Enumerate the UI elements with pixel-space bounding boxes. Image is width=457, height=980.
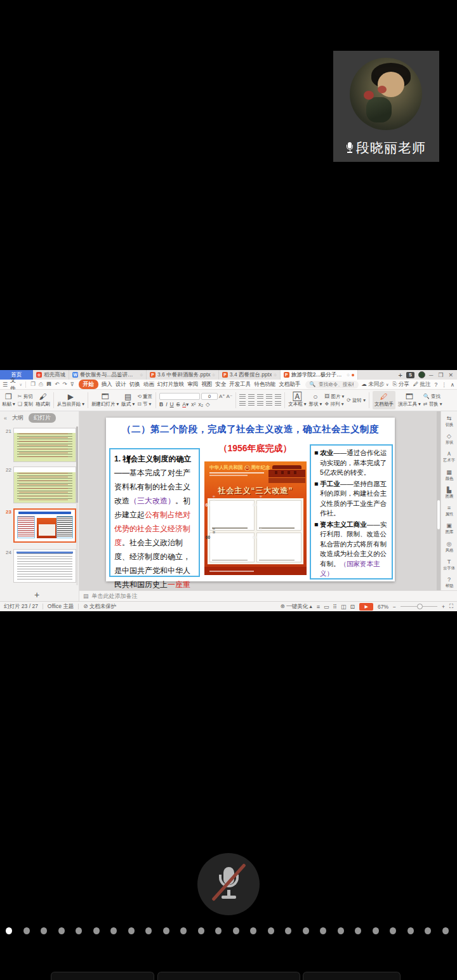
strikethrough-button[interactable]: S xyxy=(176,401,180,407)
pager-dot-22[interactable] xyxy=(390,927,396,934)
tab-5[interactable]: P3.4 西餐摆台.pptx⌾ xyxy=(219,370,281,380)
tab-3[interactable]: W餐饮服务与...品鉴讲解改⌾ xyxy=(69,370,147,380)
pager-dot-5[interactable] xyxy=(93,927,100,934)
pager-dot-4[interactable] xyxy=(76,927,82,934)
normal-view-icon[interactable]: ▭ xyxy=(324,604,329,610)
section-button[interactable]: ⊟ 节 ▾ xyxy=(137,401,152,407)
panel-gallery[interactable]: ▣图库 xyxy=(445,522,454,535)
tab-pin-icon[interactable]: ⌾ xyxy=(213,373,215,378)
cut-button[interactable]: ✂ 剪切 xyxy=(18,394,33,400)
add-slide-button[interactable]: + xyxy=(0,590,74,600)
pager-dot-19[interactable] xyxy=(338,927,344,934)
menu-特色功能[interactable]: 特色功能 xyxy=(254,381,275,388)
slide-thumbnail-23-current[interactable]: 23 xyxy=(3,508,76,543)
italic-button[interactable]: I xyxy=(166,401,167,407)
page-indicator-dots[interactable] xyxy=(0,927,457,935)
panel-wordart[interactable]: Ａ艺术字 xyxy=(442,451,456,463)
tab-4[interactable]: P3.6 中餐斟酒服务.pptx⌾ xyxy=(147,370,219,380)
slide-thumbnail-22[interactable]: 22 xyxy=(3,467,76,503)
zoom-level[interactable]: 67% xyxy=(378,604,388,610)
pager-dot-20[interactable] xyxy=(355,927,361,934)
panel-scrollbar[interactable] xyxy=(76,427,78,585)
member-badge[interactable]: S xyxy=(406,372,414,378)
tab-pin-icon[interactable]: ⌾ xyxy=(347,373,350,378)
bold-button[interactable]: B xyxy=(159,401,163,407)
mute-mic-button[interactable] xyxy=(197,853,260,915)
help-button[interactable]: ? xyxy=(435,381,438,388)
pager-dot-9[interactable] xyxy=(163,927,169,934)
pager-dot-13[interactable] xyxy=(233,927,239,934)
slide-right-textbox[interactable]: ■ 农业——通过合作化运动实现的，基本完成了5亿农民的转变。■ 手工业——坚持自… xyxy=(310,444,393,579)
slide-thumbnail-21[interactable]: 21 xyxy=(3,428,76,462)
tab-pin-icon[interactable]: ⌾ xyxy=(140,373,143,378)
pager-dot-17[interactable] xyxy=(303,927,309,934)
panel-shapes[interactable]: ◇形状 xyxy=(445,433,454,446)
picture-button[interactable]: 🖼 图片 ▾ xyxy=(324,394,344,400)
menu-幻灯片放映[interactable]: 幻灯片放映 xyxy=(157,381,185,388)
panel-cloud-fonts[interactable]: T云字体 xyxy=(442,559,456,571)
stamp-sheet-image[interactable]: 中华人民共和国50周年纪念 社会主义“三大改造” 60中国 60中国 xyxy=(204,461,307,575)
tab-2[interactable]: ☆稻壳商城 xyxy=(33,370,69,380)
subscript-icon[interactable]: x₂ xyxy=(198,401,203,407)
menu-开始[interactable]: 开始 xyxy=(79,380,98,389)
present-tools-button[interactable]: 🗔演示工具 ▾ xyxy=(398,391,421,409)
pager-dot-10[interactable] xyxy=(180,927,187,934)
find-button[interactable]: 🔍 查找 xyxy=(423,394,442,400)
pager-dot-7[interactable] xyxy=(128,927,135,934)
new-tab-button[interactable]: + xyxy=(399,371,402,379)
new-slide-button[interactable]: 🗔新建幻灯片 ▾ xyxy=(91,391,119,409)
pager-dot-3[interactable] xyxy=(58,927,65,934)
beautify-button[interactable]: ⊛ 一键美化 ▴ xyxy=(281,603,312,611)
theme-name[interactable]: Office 主题 xyxy=(48,603,74,611)
pager-dot-6[interactable] xyxy=(110,927,117,934)
copy-button[interactable]: ❏ 复制 xyxy=(18,401,33,407)
minimize-button[interactable]: ─ xyxy=(429,372,433,378)
tab-pin-icon[interactable]: ⌾ xyxy=(274,373,276,378)
menu-安全[interactable]: 安全 xyxy=(215,381,226,388)
teacher-video-tile[interactable]: 段晓丽老师 xyxy=(333,51,439,162)
search-input[interactable] xyxy=(317,381,355,388)
pager-dot-18[interactable] xyxy=(320,927,326,934)
pager-dot-21[interactable] xyxy=(373,927,379,934)
format-painter-button[interactable]: 🖌格式刷 xyxy=(36,391,50,409)
paragraph-tools[interactable] xyxy=(239,391,281,409)
slideshow-play-button[interactable]: ▶ xyxy=(359,603,373,611)
textbox-button[interactable]: 🄰文本框 ▾ xyxy=(288,391,306,409)
pager-dot-15[interactable] xyxy=(268,927,274,934)
account-avatar[interactable] xyxy=(418,371,425,378)
slide-left-textbox[interactable]: 1. 社会主义制度的确立——基本完成了对生产资料私有制的社会主义改造（三大改造）… xyxy=(109,448,200,577)
reset-button[interactable]: ⟲ 重置 xyxy=(137,394,152,400)
pager-dot-24[interactable] xyxy=(425,927,431,934)
protect-status[interactable]: ⊘ 文档未保护 xyxy=(83,603,116,611)
layout-button[interactable]: ▤版式 ▾ xyxy=(121,391,135,409)
increase-font-icon[interactable]: A⁺ xyxy=(219,394,225,399)
slideshow-view-icon[interactable]: ⊡ xyxy=(350,604,355,610)
paste-button[interactable]: ❐粘贴 ▾ xyxy=(2,391,15,409)
arrange-button[interactable]: ❖ 排列 ▾ xyxy=(324,401,344,407)
menu-审阅[interactable]: 审阅 xyxy=(187,381,198,388)
font-size-input[interactable]: 0 xyxy=(201,393,218,400)
save-icon[interactable]: 🖪 xyxy=(46,381,52,388)
pager-dot-8[interactable] xyxy=(145,927,152,934)
pager-dot-12[interactable] xyxy=(215,927,222,934)
underline-button[interactable]: U xyxy=(170,401,174,407)
pager-dot-23[interactable] xyxy=(407,927,414,934)
slide-thumbnail-24[interactable]: 24 xyxy=(3,549,76,583)
zoom-slider[interactable] xyxy=(401,606,437,607)
menu-开发工具[interactable]: 开发工具 xyxy=(229,381,251,388)
hamburger-icon[interactable]: ☰ xyxy=(3,381,8,388)
notes-bar[interactable]: ▤ 单击此处添加备注 xyxy=(79,590,457,601)
close-button[interactable]: ✕ xyxy=(448,372,453,378)
menu-视图[interactable]: 视图 xyxy=(201,381,212,388)
read-view-icon[interactable]: ◫ xyxy=(341,604,347,610)
panel-style[interactable]: ◎风格 xyxy=(445,541,454,553)
print-icon[interactable]: ⎙ xyxy=(39,381,43,388)
pager-dot-0[interactable] xyxy=(6,927,12,934)
redo-icon[interactable]: ↷ xyxy=(62,381,67,388)
notes-toggle-icon[interactable]: ≡ xyxy=(317,604,320,610)
font-color-icon[interactable]: A▾ xyxy=(182,401,189,407)
decrease-font-icon[interactable]: A⁻ xyxy=(227,394,233,399)
sync-status[interactable]: ☁ 未同步 ∨ xyxy=(361,381,388,388)
doc-assistant-button[interactable]: 🖊文档助手 xyxy=(373,391,395,409)
panel-charts[interactable]: ▙图表 xyxy=(445,487,454,500)
